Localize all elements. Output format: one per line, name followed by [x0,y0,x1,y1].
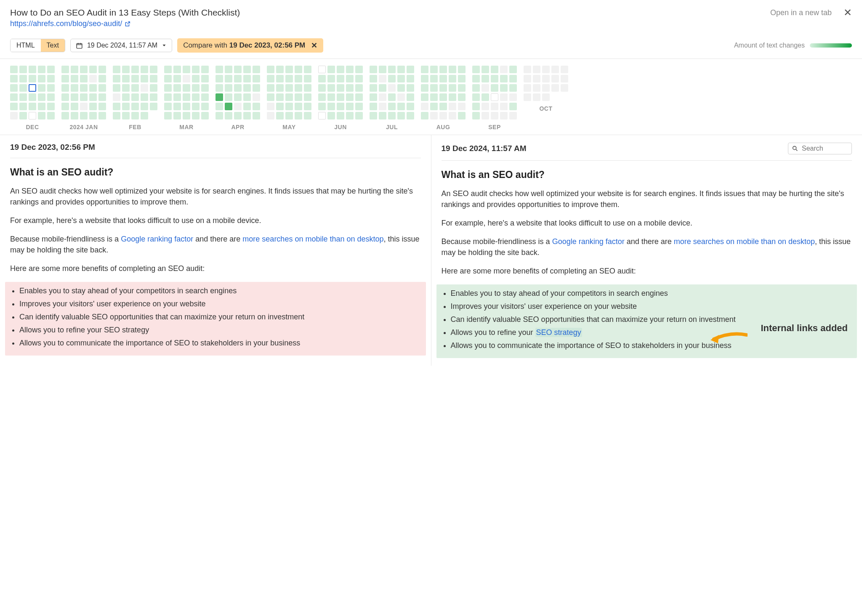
calendar-cell[interactable] [482,84,489,92]
calendar-cell[interactable] [131,75,139,82]
calendar-cell[interactable] [472,75,480,82]
calendar-cell[interactable] [201,66,209,73]
calendar-cell[interactable] [71,66,78,73]
calendar-cell[interactable] [131,103,139,110]
calendar-cell[interactable] [509,84,517,92]
calendar-cell[interactable] [370,103,377,110]
calendar-cell[interactable] [542,66,550,73]
calendar-cell[interactable] [439,75,447,82]
calendar-cell[interactable] [164,93,172,101]
calendar-cell[interactable] [397,84,405,92]
calendar-cell[interactable] [141,66,148,73]
calendar-cell[interactable] [131,84,139,92]
calendar-cell[interactable] [71,75,78,82]
calendar-cell[interactable] [225,84,232,92]
calendar-cell[interactable] [192,75,200,82]
calendar-cell[interactable] [449,66,456,73]
calendar-cell[interactable] [542,93,550,101]
calendar-cell[interactable] [80,66,88,73]
calendar-cell[interactable] [449,103,456,110]
calendar-cell[interactable] [29,103,36,110]
calendar-cell[interactable] [355,112,363,119]
calendar-cell[interactable] [71,112,78,119]
calendar-cell[interactable] [183,66,190,73]
calendar-cell[interactable] [524,84,531,92]
calendar-cell[interactable] [500,93,508,101]
calendar-cell[interactable] [38,84,45,92]
calendar-cell[interactable] [164,103,172,110]
calendar-cell[interactable] [98,75,106,82]
calendar-cell[interactable] [192,84,200,92]
calendar-cell[interactable] [407,75,414,82]
calendar-cell[interactable] [430,103,438,110]
calendar-cell[interactable] [19,112,27,119]
calendar-cell[interactable] [29,66,36,73]
calendar-cell[interactable] [561,84,568,92]
calendar-cell[interactable] [421,93,428,101]
calendar-cell[interactable] [561,66,568,73]
calendar-cell[interactable] [449,112,456,119]
calendar-cell[interactable] [346,66,354,73]
calendar-cell[interactable] [243,103,251,110]
calendar-cell[interactable] [225,103,232,110]
calendar-cell[interactable] [276,93,284,101]
calendar-cell[interactable] [216,66,223,73]
calendar-cell[interactable] [80,93,88,101]
calendar-cell[interactable] [183,84,190,92]
calendar-cell[interactable] [276,75,284,82]
calendar-cell[interactable] [19,93,27,101]
calendar-cell[interactable] [267,103,274,110]
calendar-cell[interactable] [318,66,326,73]
calendar-cell[interactable] [285,103,293,110]
calendar-cell[interactable] [10,103,18,110]
calendar-cell[interactable] [421,103,428,110]
calendar-cell[interactable] [173,112,181,119]
calendar-cell[interactable] [407,84,414,92]
calendar-cell[interactable] [225,66,232,73]
calendar-cell[interactable] [500,75,508,82]
calendar-cell[interactable] [285,84,293,92]
calendar-cell[interactable] [379,75,386,82]
calendar-cell[interactable] [192,66,200,73]
calendar-cell[interactable] [337,66,344,73]
calendar-cell[interactable] [397,75,405,82]
compare-close-icon[interactable]: ✕ [311,41,317,50]
calendar-cell[interactable] [407,66,414,73]
calendar-cell[interactable] [407,112,414,119]
calendar-cell[interactable] [89,103,97,110]
calendar-cell[interactable] [439,103,447,110]
calendar-cell[interactable] [327,84,335,92]
calendar-cell[interactable] [192,93,200,101]
calendar-cell[interactable] [150,75,157,82]
open-new-tab-link[interactable]: Open in a new tab [770,8,832,17]
calendar-cell[interactable] [122,75,130,82]
calendar-cell[interactable] [295,75,302,82]
calendar-cell[interactable] [216,93,223,101]
calendar-cell[interactable] [234,103,242,110]
calendar-cell[interactable] [491,75,498,82]
calendar-cell[interactable] [397,66,405,73]
calendar-cell[interactable] [225,112,232,119]
calendar-cell[interactable] [201,103,209,110]
calendar-cell[interactable] [304,103,311,110]
calendar-cell[interactable] [80,75,88,82]
link-mobile-searches[interactable]: more searches on mobile than on desktop [674,237,815,246]
search-box[interactable] [788,143,852,154]
calendar-cell[interactable] [439,112,447,119]
calendar-cell[interactable] [430,112,438,119]
calendar-cell[interactable] [267,112,274,119]
calendar-cell[interactable] [482,75,489,82]
calendar-cell[interactable] [29,93,36,101]
calendar-cell[interactable] [449,93,456,101]
calendar-cell[interactable] [458,66,466,73]
calendar-cell[interactable] [47,103,55,110]
calendar-cell[interactable] [327,112,335,119]
calendar-cell[interactable] [421,84,428,92]
calendar-cell[interactable] [38,112,45,119]
calendar-cell[interactable] [407,93,414,101]
calendar-cell[interactable] [509,112,517,119]
calendar-cell[interactable] [243,75,251,82]
calendar-cell[interactable] [113,75,120,82]
calendar-cell[interactable] [388,93,396,101]
calendar-cell[interactable] [304,112,311,119]
